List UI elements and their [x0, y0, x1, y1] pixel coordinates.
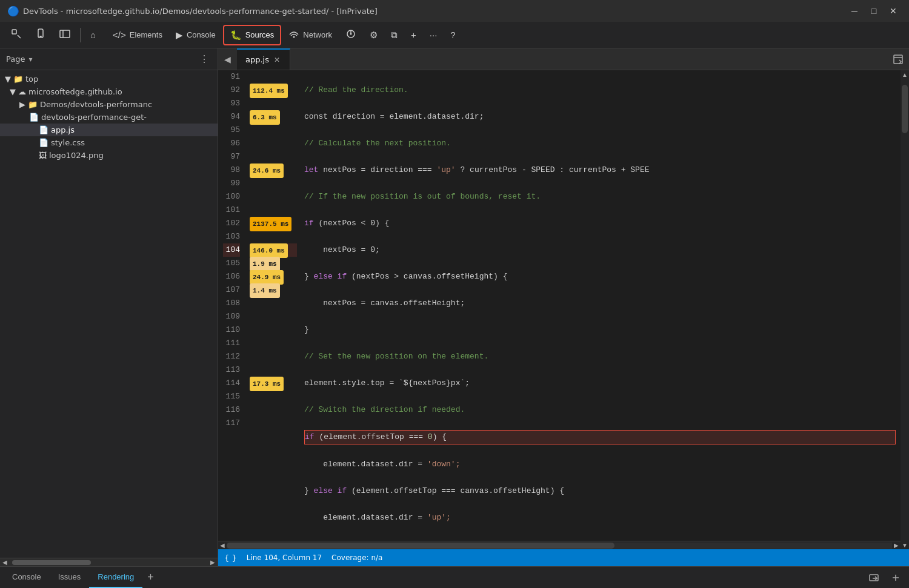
expand-button[interactable] [886, 570, 905, 585]
folder-icon: 📁 [28, 100, 38, 109]
v-scrollbar-thumb [902, 85, 908, 133]
console-button[interactable]: ▶ Console [170, 25, 222, 45]
inspect-icon [11, 28, 22, 41]
sidebar-header-left: Page ▾ [6, 55, 33, 64]
performance-button[interactable] [339, 25, 362, 45]
gear-button[interactable]: ⚙ [364, 25, 384, 45]
status-bar: { } Line 104, Column 17 Coverage: n/a [218, 549, 909, 566]
tree-item-origin[interactable]: ▼ ☁ microsoftedge.github.io [0, 85, 218, 98]
title-bar-controls: ─ □ ✕ [846, 4, 902, 18]
more-button[interactable]: ··· [424, 25, 444, 45]
v-scrollbar-track[interactable] [901, 79, 909, 541]
maximize-button[interactable]: □ [865, 4, 882, 18]
timing-badge-104: 146.0 ms [250, 243, 288, 258]
sources-icon: 🐛 [230, 30, 242, 41]
code-line-106: } else if (element.offsetTop === canvas.… [304, 484, 896, 498]
code-editor[interactable]: // Read the direction. const direction =… [299, 70, 901, 541]
svg-point-5 [293, 36, 295, 38]
new-tab-button[interactable]: + [405, 25, 422, 45]
timing-badge-94: 6.3 ms [250, 110, 280, 125]
toolbar-separator [80, 28, 81, 42]
elements-button[interactable]: </> Elements [107, 25, 168, 45]
layers-icon: ⧉ [391, 30, 398, 41]
code-scroll-area[interactable]: 91 92 93 94 95 96 97 98 99 100 101 102 1… [218, 70, 901, 541]
bottom-tab-issues[interactable]: Issues [50, 567, 90, 588]
js-file-icon: 📄 [39, 125, 48, 134]
code-line-100: } [304, 323, 896, 337]
sidebar-h-scrollbar[interactable]: ◀ ▶ [0, 558, 218, 566]
tab-close-appjs[interactable]: ✕ [273, 56, 281, 64]
h-scroll-left[interactable]: ◀ [218, 541, 227, 550]
editor-h-scrollbar[interactable]: ◀ ▶ [218, 541, 901, 549]
h-scroll-right[interactable]: ▶ [892, 541, 901, 550]
timing-badge-114: 17.3 ms [250, 377, 284, 391]
sidebar-icon [59, 28, 70, 41]
code-line-93: // Calculate the next position. [304, 137, 896, 150]
code-line-94: let nextPos = direction === 'up' ? curre… [304, 164, 896, 177]
sidebar-scroll-right[interactable]: ▶ [208, 559, 218, 566]
dock-button[interactable] [887, 48, 909, 70]
arrow-icon: ▼ [5, 74, 11, 84]
layers-button[interactable]: ⧉ [385, 25, 404, 45]
network-button[interactable]: Network [282, 25, 338, 45]
tree-label-devtools: devtools-performance-get- [41, 113, 147, 122]
title-bar-text: DevTools - microsoftedge.github.io/Demos… [23, 7, 378, 16]
close-button[interactable]: ✕ [885, 4, 902, 18]
bottom-tab-rendering[interactable]: Rendering [89, 567, 142, 588]
tree-item-stylecss[interactable]: 📄 style.css [0, 136, 218, 149]
css-file-icon: 📄 [39, 138, 48, 147]
bottom-tabs-bar: Console Issues Rendering + [0, 566, 909, 588]
svg-rect-0 [12, 30, 16, 34]
file-icon: 📄 [29, 113, 39, 122]
plus-icon: + [411, 30, 416, 40]
editor-area: ◀ app.js ✕ 91 92 93 94 95 [218, 48, 909, 566]
editor-v-scrollbar[interactable]: ▲ ▼ [901, 70, 909, 549]
sidebar-scroll-left[interactable]: ◀ [0, 559, 10, 566]
h-scrollbar-thumb [227, 543, 614, 549]
line-numbers: 91 92 93 94 95 96 97 98 99 100 101 102 1… [218, 70, 247, 541]
sidebar-menu-button[interactable]: ⋮ [197, 52, 211, 66]
code-line-91: // Read the direction. [304, 84, 896, 97]
timing-badge-98: 24.6 ms [250, 164, 284, 178]
sources-button[interactable]: 🐛 Sources [223, 25, 282, 45]
code-line-107: element.dataset.dir = 'up'; [304, 511, 896, 524]
minimize-button[interactable]: ─ [846, 4, 863, 18]
v-scroll-down[interactable]: ▼ [901, 541, 909, 549]
folder-icon: 📁 [13, 74, 23, 84]
tree-item-top[interactable]: ▼ 📁 top [0, 73, 218, 85]
welcome-button[interactable]: ⌂ [84, 25, 105, 45]
bottom-tab-console[interactable]: Console [4, 567, 50, 588]
tree-label-appjs: app.js [51, 125, 75, 134]
tree-label-demos: Demos/devtools-performanc [40, 100, 152, 109]
v-scroll-up[interactable]: ▲ [901, 70, 909, 79]
code-line-101: // Set the new position on the element. [304, 350, 896, 363]
tree-item-logo[interactable]: 🖼 logo1024.png [0, 149, 218, 162]
device-toggle-button[interactable] [29, 25, 52, 45]
tree-item-appjs[interactable]: 📄 app.js [0, 124, 218, 136]
arrow-icon: ▼ [10, 87, 16, 96]
devtools-icon: 🔵 [7, 5, 18, 16]
tab-back-button[interactable]: ◀ [218, 48, 237, 70]
editor-scroll-content: 91 92 93 94 95 96 97 98 99 100 101 102 1… [218, 70, 901, 549]
tree-item-devtools[interactable]: 📄 devtools-performance-get- [0, 111, 218, 124]
timing-badge-105: 1.9 ms [250, 257, 280, 271]
tree-label-stylecss: style.css [51, 138, 85, 147]
sidebar-scrollbar-thumb [12, 560, 91, 565]
inspect-button[interactable] [5, 25, 28, 45]
main-toolbar: ⌂ </> Elements ▶ Console 🐛 Sources Netwo… [0, 22, 909, 48]
undock-button[interactable] [864, 570, 884, 585]
gear-icon: ⚙ [370, 30, 378, 41]
help-button[interactable]: ? [444, 25, 461, 45]
code-line-97: nextPos = 0; [304, 243, 896, 257]
elements-icon: </> [113, 30, 126, 40]
tree-label-logo: logo1024.png [49, 151, 104, 160]
ellipsis-icon: ··· [430, 30, 438, 40]
code-line-98: } else if (nextPos > canvas.offsetHeight… [304, 270, 896, 283]
tree-item-demos[interactable]: ▶ 📁 Demos/devtools-performanc [0, 98, 218, 111]
editor-tab-appjs[interactable]: app.js ✕ [237, 48, 290, 70]
add-tab-button[interactable]: + [142, 571, 159, 584]
sidebar-toggle-button[interactable] [53, 25, 76, 45]
image-file-icon: 🖼 [39, 151, 47, 160]
editor-main: 91 92 93 94 95 96 97 98 99 100 101 102 1… [218, 70, 909, 549]
code-line-95: // If the new position is out of bounds,… [304, 190, 896, 203]
